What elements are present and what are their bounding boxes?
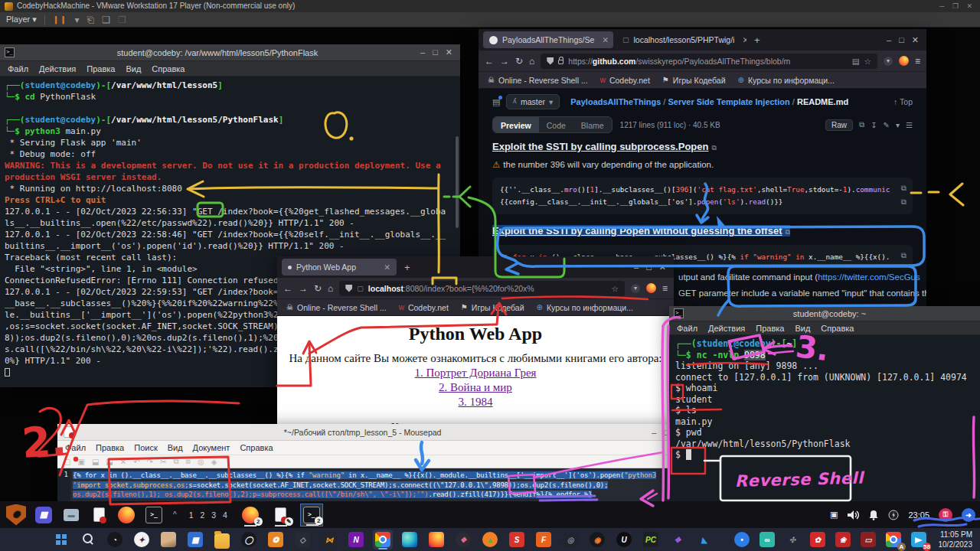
bookmark-star-icon[interactable]: ☆ (864, 57, 871, 66)
new-tab-button[interactable]: + (750, 34, 765, 46)
pocket-icon[interactable]: ▾ (884, 57, 893, 66)
edge-icon[interactable] (400, 530, 420, 549)
home-button[interactable]: ⌂ (328, 283, 333, 294)
notifications-bell-icon[interactable] (868, 510, 879, 520)
updates-icon[interactable]: ➜ (962, 508, 975, 522)
back-button[interactable]: ← (283, 283, 292, 294)
send-cad-icon[interactable]: ⎗ (87, 15, 95, 25)
forward-button[interactable]: → (299, 283, 308, 294)
start-button[interactable] (51, 530, 71, 549)
telegram-icon[interactable]: 58 (909, 530, 929, 549)
url-bar[interactable]: https://github.com/swisskyrepo/PayloadsA… (541, 54, 877, 69)
onenote-icon[interactable]: N (346, 530, 366, 549)
codeby-menu-logo[interactable]: ✺ (5, 504, 28, 527)
close-tab-icon[interactable]: ✕ (384, 262, 390, 272)
menu-item-Документ[interactable]: Документ (193, 443, 230, 452)
reload-button[interactable]: ↻ (314, 283, 322, 294)
close-tab-icon[interactable]: ✕ (602, 35, 609, 44)
menu-icon[interactable]: ≡ (915, 56, 920, 67)
heading-popen-no-offset[interactable]: Exploit the SSTI by calling Popen withou… (492, 225, 790, 236)
red-tool-icon-1[interactable]: ✿ (808, 530, 828, 549)
davinci-resolve-icon[interactable]: ❖ (453, 530, 473, 549)
back-button[interactable]: ← (485, 56, 494, 67)
tracking-shield-icon[interactable] (547, 57, 554, 65)
vm-clock[interactable]: 23:05 (908, 510, 929, 520)
maps-pin-icon[interactable]: • (732, 530, 752, 549)
menu-item-Справка[interactable]: Справка (240, 443, 273, 452)
menu-item-Файл[interactable]: Файл (8, 64, 28, 73)
tab-code[interactable]: Code (539, 117, 573, 132)
menu-item-Вид[interactable]: Вид (126, 64, 141, 73)
copy-code-icon[interactable]: ⧉ (901, 197, 906, 207)
book-link[interactable]: 3. 1984 (459, 396, 493, 408)
3d-viewer-icon[interactable]: ◇ (292, 530, 312, 549)
photos-app-icon[interactable] (158, 530, 178, 549)
show-desktop-icon[interactable]: ▣ (830, 510, 838, 520)
text-editor-launcher-icon[interactable] (87, 504, 110, 527)
window-controls[interactable]: –□✕ (634, 262, 669, 272)
close-tab-icon[interactable]: ✕ (742, 35, 746, 44)
vmware-titlebar[interactable]: CodebyHackMachine - VMware Workstation 1… (0, 0, 980, 12)
speedtest-icon[interactable]: ◔ (105, 530, 125, 549)
vscode-icon[interactable]: ◣ (694, 530, 714, 549)
panel-collapse-button[interactable]: ^ (170, 510, 180, 519)
pycharm-icon[interactable]: PC (641, 530, 661, 549)
terminal-window-button[interactable]: >_2 (300, 504, 323, 527)
pocket-icon[interactable]: ▾ (631, 284, 640, 293)
menu-item-Вид[interactable]: Вид (795, 324, 810, 333)
titlebar[interactable]: >_ student@codeby: ~ (669, 306, 980, 321)
tab-payloadsallthethings[interactable]: PayloadsAllTheThings/Se ✕ (483, 31, 613, 48)
copy-code-icon[interactable]: ⧉ (901, 251, 906, 260)
vmware-icon[interactable]: ⋈ (319, 530, 339, 549)
menu-icon[interactable]: ≡ (662, 283, 668, 294)
vmware-window-controls[interactable]: ─ ❐ ✕ (939, 0, 975, 12)
firefox-account-icon[interactable] (899, 56, 909, 66)
new-tab-button[interactable]: + (400, 262, 415, 273)
copy-code-icon[interactable]: ⧉ (901, 184, 906, 193)
menu-item-Правка[interactable]: Правка (756, 324, 784, 333)
find-icon[interactable]: ◎ (198, 458, 204, 466)
power-manager-icon[interactable] (888, 510, 899, 520)
url-bar[interactable]: ▢ localhost:8080/index?book={%%20for%20x… (339, 281, 625, 296)
bookmark-item[interactable]: ⚑Игры Кодебай (461, 303, 524, 312)
replace-icon[interactable]: ◈ (211, 458, 217, 466)
player-menu[interactable]: Player ▾ (6, 15, 37, 24)
firefox-account-icon[interactable] (646, 283, 656, 293)
mousepad-window-button[interactable]: ✎ (270, 504, 292, 527)
search-button[interactable] (78, 530, 98, 549)
undo-icon[interactable]: ↶ (133, 458, 139, 466)
bookmark-item[interactable]: wCodeby.net (600, 76, 650, 85)
bookmark-item[interactable]: ☠Online - Reverse Shell ... (286, 303, 387, 312)
paste-icon[interactable]: ⧈ (186, 457, 191, 466)
edit-icon[interactable]: ✎ (884, 121, 890, 129)
substance-app-icon[interactable]: S (507, 530, 527, 549)
menu-item-Файл[interactable]: Файл (65, 443, 86, 452)
unreal-engine-icon[interactable]: U (614, 530, 634, 549)
rounded-black-app-icon[interactable]: ◯ (239, 530, 259, 549)
raw-button[interactable]: Raw (825, 119, 853, 131)
bookmark-item[interactable]: ⊕Курсы по информаци... (738, 76, 835, 85)
gray-app-icon[interactable]: ✣ (782, 530, 802, 549)
menu-item-Вид[interactable]: Вид (168, 443, 183, 452)
titlebar[interactable]: >_ student@codeby: /var/www/html/lesson5… (0, 44, 460, 61)
visual-studio-icon[interactable]: ✥ (668, 530, 688, 549)
pause-dropdown-icon[interactable]: ▾ (75, 15, 80, 25)
red-tool-icon-2[interactable]: ❀ (833, 530, 853, 549)
download-icon[interactable]: ↧ (871, 121, 877, 129)
window-controls[interactable]: –□✕ (420, 47, 456, 57)
menu-item-Справка[interactable]: Справка (152, 64, 185, 73)
terminal-launcher-icon[interactable]: >_ (142, 504, 165, 527)
app-menu-icon[interactable]: ▦ (32, 504, 55, 527)
breadcrumb-repo-link[interactable]: PayloadsAllTheThings (570, 97, 661, 106)
new-icon[interactable]: ▢ (64, 458, 70, 466)
sidebar-toggle-icon[interactable]: ▤ (492, 97, 500, 107)
terminal-output[interactable]: ┌──(student@codeby)-[~]└─$ nc -nvlp 9898… (669, 335, 980, 528)
fullscreen-icon[interactable]: ❏ (102, 15, 110, 25)
book-link[interactable]: 2. Война и мир (439, 381, 512, 393)
volume-icon[interactable] (847, 510, 859, 520)
redo-icon[interactable]: ↷ (147, 458, 153, 466)
tab-localhost-phptwig[interactable]: ▢ localhost/lesson5/PHPTwig/i ✕ (616, 31, 746, 48)
orange-gear-app-icon[interactable]: ❂ (266, 530, 286, 549)
windows-clock[interactable]: 11:05 PM 10/2/2023 (939, 530, 973, 549)
file-manager-icon[interactable]: ▬ (60, 504, 83, 527)
